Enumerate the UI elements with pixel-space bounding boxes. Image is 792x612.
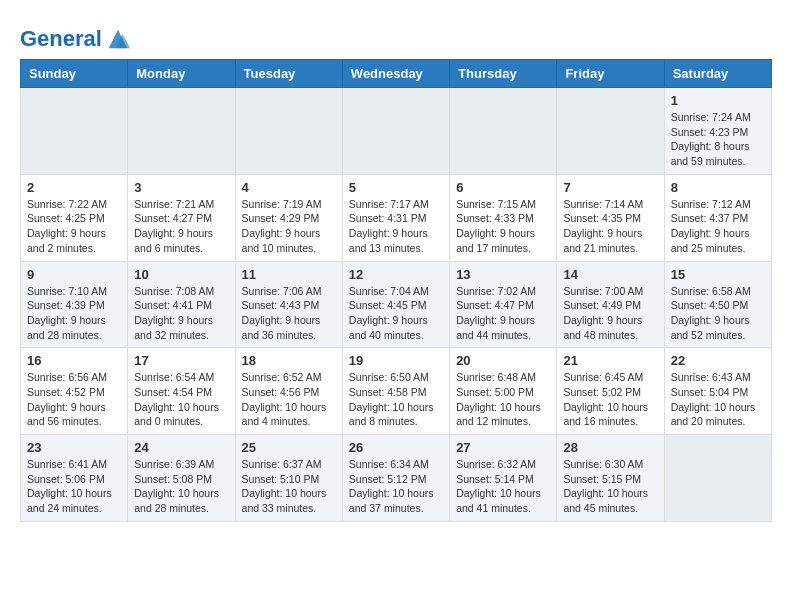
calendar-cell: 25Sunrise: 6:37 AM Sunset: 5:10 PM Dayli… [235,435,342,522]
day-info: Sunrise: 6:32 AM Sunset: 5:14 PM Dayligh… [456,457,550,516]
day-number: 7 [563,180,657,195]
page-header: General [20,20,772,49]
header-friday: Friday [557,60,664,88]
calendar-cell: 21Sunrise: 6:45 AM Sunset: 5:02 PM Dayli… [557,348,664,435]
calendar-cell: 1Sunrise: 7:24 AM Sunset: 4:23 PM Daylig… [664,88,771,175]
day-number: 18 [242,353,336,368]
day-number: 2 [27,180,121,195]
day-info: Sunrise: 7:19 AM Sunset: 4:29 PM Dayligh… [242,197,336,256]
calendar-cell: 18Sunrise: 6:52 AM Sunset: 4:56 PM Dayli… [235,348,342,435]
day-info: Sunrise: 7:17 AM Sunset: 4:31 PM Dayligh… [349,197,443,256]
day-info: Sunrise: 7:12 AM Sunset: 4:37 PM Dayligh… [671,197,765,256]
logo-icon [104,25,132,53]
day-info: Sunrise: 7:04 AM Sunset: 4:45 PM Dayligh… [349,284,443,343]
header-wednesday: Wednesday [342,60,449,88]
day-number: 5 [349,180,443,195]
day-number: 6 [456,180,550,195]
calendar-week-row: 2Sunrise: 7:22 AM Sunset: 4:25 PM Daylig… [21,174,772,261]
day-info: Sunrise: 7:21 AM Sunset: 4:27 PM Dayligh… [134,197,228,256]
day-info: Sunrise: 6:30 AM Sunset: 5:15 PM Dayligh… [563,457,657,516]
calendar-cell: 16Sunrise: 6:56 AM Sunset: 4:52 PM Dayli… [21,348,128,435]
header-sunday: Sunday [21,60,128,88]
calendar-cell: 7Sunrise: 7:14 AM Sunset: 4:35 PM Daylig… [557,174,664,261]
calendar-cell: 2Sunrise: 7:22 AM Sunset: 4:25 PM Daylig… [21,174,128,261]
day-info: Sunrise: 7:00 AM Sunset: 4:49 PM Dayligh… [563,284,657,343]
calendar-cell [450,88,557,175]
calendar-cell: 17Sunrise: 6:54 AM Sunset: 4:54 PM Dayli… [128,348,235,435]
day-number: 11 [242,267,336,282]
calendar-cell: 8Sunrise: 7:12 AM Sunset: 4:37 PM Daylig… [664,174,771,261]
day-info: Sunrise: 6:37 AM Sunset: 5:10 PM Dayligh… [242,457,336,516]
calendar-cell: 19Sunrise: 6:50 AM Sunset: 4:58 PM Dayli… [342,348,449,435]
day-number: 26 [349,440,443,455]
calendar-cell [557,88,664,175]
calendar-cell: 13Sunrise: 7:02 AM Sunset: 4:47 PM Dayli… [450,261,557,348]
calendar-cell: 22Sunrise: 6:43 AM Sunset: 5:04 PM Dayli… [664,348,771,435]
day-info: Sunrise: 6:39 AM Sunset: 5:08 PM Dayligh… [134,457,228,516]
day-info: Sunrise: 7:15 AM Sunset: 4:33 PM Dayligh… [456,197,550,256]
calendar-cell: 5Sunrise: 7:17 AM Sunset: 4:31 PM Daylig… [342,174,449,261]
logo-text: General [20,27,102,51]
calendar-cell: 3Sunrise: 7:21 AM Sunset: 4:27 PM Daylig… [128,174,235,261]
calendar-table: SundayMondayTuesdayWednesdayThursdayFrid… [20,59,772,522]
day-info: Sunrise: 6:48 AM Sunset: 5:00 PM Dayligh… [456,370,550,429]
calendar-cell: 24Sunrise: 6:39 AM Sunset: 5:08 PM Dayli… [128,435,235,522]
calendar-cell: 28Sunrise: 6:30 AM Sunset: 5:15 PM Dayli… [557,435,664,522]
day-info: Sunrise: 6:41 AM Sunset: 5:06 PM Dayligh… [27,457,121,516]
calendar-cell: 12Sunrise: 7:04 AM Sunset: 4:45 PM Dayli… [342,261,449,348]
day-number: 17 [134,353,228,368]
day-number: 24 [134,440,228,455]
day-info: Sunrise: 6:54 AM Sunset: 4:54 PM Dayligh… [134,370,228,429]
calendar-cell [235,88,342,175]
day-number: 16 [27,353,121,368]
day-number: 9 [27,267,121,282]
day-info: Sunrise: 7:24 AM Sunset: 4:23 PM Dayligh… [671,110,765,169]
day-number: 25 [242,440,336,455]
calendar-cell [664,435,771,522]
calendar-cell: 27Sunrise: 6:32 AM Sunset: 5:14 PM Dayli… [450,435,557,522]
day-info: Sunrise: 6:50 AM Sunset: 4:58 PM Dayligh… [349,370,443,429]
calendar-cell: 15Sunrise: 6:58 AM Sunset: 4:50 PM Dayli… [664,261,771,348]
calendar-week-row: 1Sunrise: 7:24 AM Sunset: 4:23 PM Daylig… [21,88,772,175]
calendar-cell: 11Sunrise: 7:06 AM Sunset: 4:43 PM Dayli… [235,261,342,348]
calendar-cell: 9Sunrise: 7:10 AM Sunset: 4:39 PM Daylig… [21,261,128,348]
day-number: 20 [456,353,550,368]
day-number: 1 [671,93,765,108]
day-info: Sunrise: 6:45 AM Sunset: 5:02 PM Dayligh… [563,370,657,429]
day-info: Sunrise: 6:34 AM Sunset: 5:12 PM Dayligh… [349,457,443,516]
day-info: Sunrise: 7:06 AM Sunset: 4:43 PM Dayligh… [242,284,336,343]
header-monday: Monday [128,60,235,88]
calendar-cell: 14Sunrise: 7:00 AM Sunset: 4:49 PM Dayli… [557,261,664,348]
calendar-cell [128,88,235,175]
day-number: 10 [134,267,228,282]
day-number: 13 [456,267,550,282]
day-info: Sunrise: 7:14 AM Sunset: 4:35 PM Dayligh… [563,197,657,256]
day-number: 8 [671,180,765,195]
day-info: Sunrise: 7:08 AM Sunset: 4:41 PM Dayligh… [134,284,228,343]
day-number: 4 [242,180,336,195]
day-info: Sunrise: 6:58 AM Sunset: 4:50 PM Dayligh… [671,284,765,343]
calendar-week-row: 9Sunrise: 7:10 AM Sunset: 4:39 PM Daylig… [21,261,772,348]
calendar-cell: 23Sunrise: 6:41 AM Sunset: 5:06 PM Dayli… [21,435,128,522]
calendar-week-row: 16Sunrise: 6:56 AM Sunset: 4:52 PM Dayli… [21,348,772,435]
day-number: 3 [134,180,228,195]
header-tuesday: Tuesday [235,60,342,88]
calendar-cell [21,88,128,175]
day-number: 12 [349,267,443,282]
calendar-cell: 10Sunrise: 7:08 AM Sunset: 4:41 PM Dayli… [128,261,235,348]
calendar-header-row: SundayMondayTuesdayWednesdayThursdayFrid… [21,60,772,88]
day-number: 28 [563,440,657,455]
calendar-cell: 20Sunrise: 6:48 AM Sunset: 5:00 PM Dayli… [450,348,557,435]
header-saturday: Saturday [664,60,771,88]
logo: General [20,25,132,49]
day-info: Sunrise: 6:43 AM Sunset: 5:04 PM Dayligh… [671,370,765,429]
day-number: 15 [671,267,765,282]
day-info: Sunrise: 7:22 AM Sunset: 4:25 PM Dayligh… [27,197,121,256]
day-number: 19 [349,353,443,368]
day-number: 22 [671,353,765,368]
calendar-cell [342,88,449,175]
day-number: 23 [27,440,121,455]
calendar-week-row: 23Sunrise: 6:41 AM Sunset: 5:06 PM Dayli… [21,435,772,522]
header-thursday: Thursday [450,60,557,88]
day-number: 14 [563,267,657,282]
